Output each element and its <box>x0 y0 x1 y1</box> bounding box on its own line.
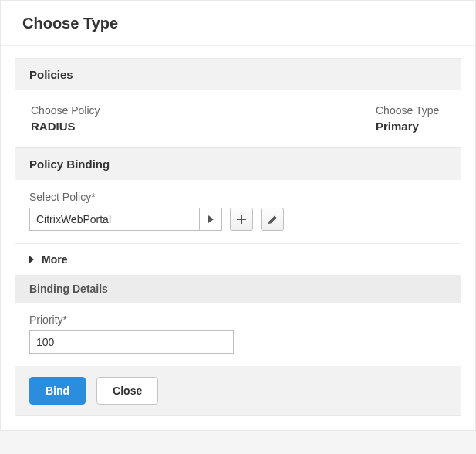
policies-panel: Policies Choose Policy RADIUS Choose Typ… <box>15 58 461 147</box>
priority-section: Priority* <box>15 303 461 366</box>
choose-policy-label: Choose Policy <box>31 104 344 117</box>
priority-input[interactable] <box>29 330 234 354</box>
select-policy-browse-button[interactable] <box>199 208 222 231</box>
triangle-right-icon <box>29 256 34 263</box>
select-policy-row <box>29 208 447 231</box>
choose-type-value: Primary <box>376 120 445 133</box>
more-label: More <box>42 253 67 266</box>
choose-type-label: Choose Type <box>376 104 445 117</box>
policies-body: Choose Policy RADIUS Choose Type Primary <box>15 90 461 147</box>
plus-icon <box>237 215 246 224</box>
button-bar: Bind Close <box>15 366 461 415</box>
svg-rect-1 <box>237 219 246 220</box>
close-button[interactable]: Close <box>96 377 158 405</box>
select-policy-section: Select Policy* <box>15 180 461 243</box>
edit-policy-button[interactable] <box>261 208 284 231</box>
policies-header: Policies <box>15 59 461 90</box>
select-policy-input-wrap <box>29 208 222 231</box>
priority-label: Priority* <box>29 313 447 326</box>
choose-type-cell[interactable]: Choose Type Primary <box>360 90 461 147</box>
binding-details-header: Binding Details <box>15 275 461 303</box>
select-policy-label: Select Policy* <box>29 191 447 203</box>
bind-button[interactable]: Bind <box>29 377 86 405</box>
choose-type-page: Choose Type Policies Choose Policy RADIU… <box>0 0 476 431</box>
select-policy-input[interactable] <box>29 208 199 231</box>
chevron-right-icon <box>208 215 214 223</box>
add-policy-button[interactable] <box>230 208 253 231</box>
pencil-icon <box>268 215 278 225</box>
choose-policy-value: RADIUS <box>31 120 344 133</box>
more-toggle[interactable]: More <box>15 243 461 275</box>
page-title: Choose Type <box>1 1 475 46</box>
choose-policy-cell[interactable]: Choose Policy RADIUS <box>15 90 360 147</box>
policy-binding-panel: Policy Binding Select Policy* <box>15 147 461 416</box>
policy-binding-header: Policy Binding <box>15 148 461 180</box>
